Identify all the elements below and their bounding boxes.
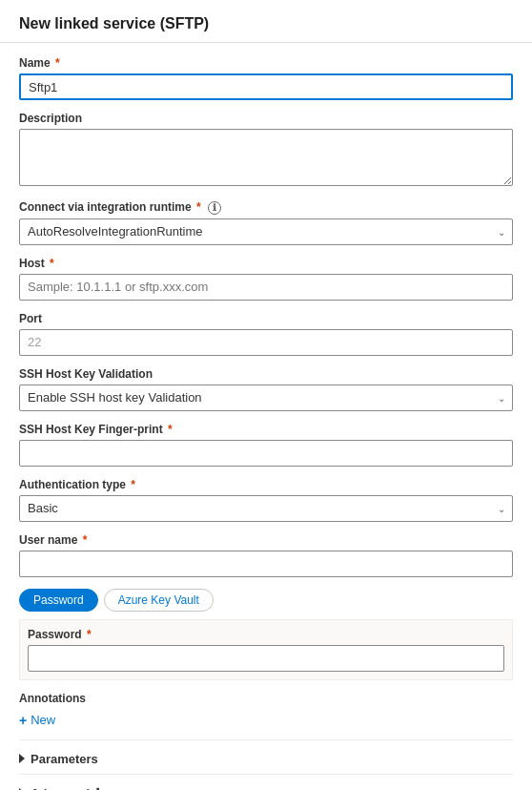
- ssh-fingerprint-required: *: [165, 423, 173, 436]
- add-new-label: New: [31, 713, 55, 727]
- username-input[interactable]: [19, 551, 513, 577]
- runtime-info-icon[interactable]: ℹ: [208, 201, 221, 215]
- password-label: Password *: [28, 628, 504, 641]
- plus-icon: +: [19, 713, 27, 728]
- description-group: Description: [19, 112, 513, 189]
- annotations-section: Annotations + New: [19, 692, 513, 732]
- add-new-button[interactable]: + New: [19, 709, 55, 732]
- ssh-validation-select[interactable]: Enable SSH host key Validation: [19, 385, 513, 411]
- advanced-header[interactable]: Advanced ℹ: [19, 782, 513, 790]
- runtime-select[interactable]: AutoResolveIntegrationRuntime: [19, 218, 513, 245]
- azure-vault-tab[interactable]: Azure Key Vault: [104, 589, 214, 612]
- password-section: Password Azure Key Vault Password *: [19, 589, 513, 680]
- auth-type-select-wrapper: Basic ⌄: [19, 495, 513, 522]
- runtime-required: *: [194, 200, 201, 214]
- port-group: Port: [19, 312, 513, 356]
- runtime-label: Connect via integration runtime * ℹ: [19, 200, 513, 215]
- advanced-label: Advanced: [31, 786, 90, 790]
- panel-body: Name * Description Connect via integrati…: [0, 43, 532, 790]
- name-input[interactable]: [19, 73, 513, 100]
- port-input[interactable]: [19, 329, 513, 356]
- parameters-chevron-icon: [19, 754, 25, 763]
- name-group: Name *: [19, 56, 513, 100]
- parameters-section: Parameters: [19, 739, 513, 770]
- password-tab[interactable]: Password: [19, 589, 98, 612]
- password-tab-group: Password Azure Key Vault: [19, 589, 513, 612]
- advanced-section: Advanced ℹ: [19, 774, 513, 790]
- panel-container: New linked service (SFTP) Name * Descrip…: [0, 0, 532, 790]
- auth-type-select[interactable]: Basic: [19, 495, 513, 522]
- annotations-label: Annotations: [19, 692, 513, 705]
- auth-type-label: Authentication type *: [19, 478, 513, 491]
- username-group: User name *: [19, 533, 513, 577]
- ssh-fingerprint-label: SSH Host Key Finger-print *: [19, 423, 513, 436]
- port-label: Port: [19, 312, 513, 325]
- username-label: User name *: [19, 533, 513, 547]
- username-required: *: [79, 533, 87, 547]
- ssh-validation-select-wrapper: Enable SSH host key Validation ⌄: [19, 385, 513, 411]
- description-textarea[interactable]: [19, 129, 513, 186]
- ssh-fingerprint-input[interactable]: [19, 440, 513, 467]
- panel-title: New linked service (SFTP): [19, 15, 513, 32]
- runtime-group: Connect via integration runtime * ℹ Auto…: [19, 200, 513, 245]
- ssh-validation-label: SSH Host Key Validation: [19, 367, 513, 381]
- parameters-header[interactable]: Parameters: [19, 748, 513, 770]
- name-label: Name *: [19, 56, 513, 70]
- description-label: Description: [19, 112, 513, 125]
- host-input[interactable]: [19, 274, 513, 301]
- host-label: Host *: [19, 257, 513, 270]
- auth-type-required: *: [128, 478, 135, 491]
- runtime-select-wrapper: AutoResolveIntegrationRuntime ⌄: [19, 218, 513, 245]
- ssh-fingerprint-group: SSH Host Key Finger-print *: [19, 423, 513, 467]
- password-input[interactable]: [28, 645, 504, 672]
- auth-type-group: Authentication type * Basic ⌄: [19, 478, 513, 522]
- password-box: Password *: [19, 619, 513, 680]
- parameters-label: Parameters: [31, 752, 98, 766]
- password-required: *: [84, 628, 92, 641]
- host-required: *: [47, 257, 54, 270]
- panel-header: New linked service (SFTP): [0, 0, 532, 43]
- name-required: *: [52, 56, 60, 70]
- host-group: Host *: [19, 257, 513, 301]
- ssh-validation-group: SSH Host Key Validation Enable SSH host …: [19, 367, 513, 411]
- advanced-info-icon[interactable]: ℹ: [95, 786, 100, 790]
